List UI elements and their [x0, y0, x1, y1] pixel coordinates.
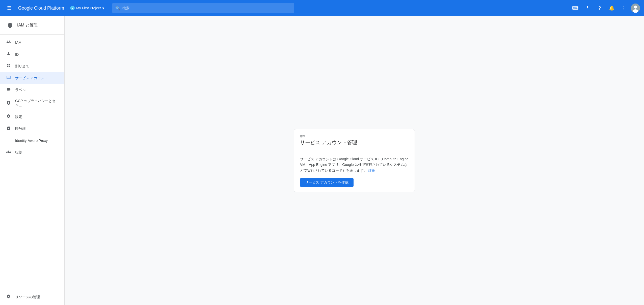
project-selector[interactable]: ● My First Project ▾ — [68, 5, 106, 12]
quota-icon — [6, 63, 11, 69]
id-icon — [6, 51, 11, 57]
sidebar-item-service-account[interactable]: サービス アカウント — [0, 72, 64, 84]
iam-header-icon — [6, 21, 14, 29]
sidebar-item-id[interactable]: ID — [0, 48, 64, 60]
card-body: サービス アカウントは Google Cloud サービス ID（Compute… — [294, 151, 415, 192]
iam-label: IAM — [15, 41, 21, 45]
search-icon: 🔍 — [115, 6, 120, 11]
sidebar-item-roles[interactable]: 役割 — [0, 146, 64, 158]
resource-management-icon — [6, 294, 11, 300]
content-area: 権限 サービス アカウント管理 サービス アカウントは Google Cloud… — [65, 16, 644, 305]
card-header: 権限 サービス アカウント管理 — [294, 129, 415, 151]
help-icon: ? — [598, 6, 601, 11]
create-service-account-button[interactable]: サービス アカウントを作成 — [300, 178, 354, 187]
main-layout: IAM と管理 IAM ID 割り当て — [0, 16, 644, 305]
iap-label: Identity-Aware Proxy — [15, 139, 48, 143]
id-label: ID — [15, 52, 19, 56]
cryptokey-icon — [6, 126, 11, 132]
service-account-label: サービス アカウント — [15, 76, 48, 80]
avatar[interactable] — [631, 4, 640, 13]
project-name: My First Project — [76, 6, 101, 10]
sidebar-nav: IAM ID 割り当て サービス アカウント — [0, 35, 64, 289]
alert-icon: ! — [587, 6, 588, 10]
search-input[interactable] — [112, 3, 294, 13]
sidebar-footer: リソースの管理 — [0, 289, 64, 305]
quota-label: 割り当て — [15, 64, 29, 69]
card-description: サービス アカウントは Google Cloud サービス ID（Compute… — [300, 156, 409, 173]
brand-name: Google Cloud Platform — [18, 6, 64, 11]
sidebar-item-cryptokey[interactable]: 暗号鍵 — [0, 123, 64, 135]
settings-label: 設定 — [15, 115, 22, 119]
card-header-label: 権限 — [300, 134, 409, 138]
topbar: ☰ Google Cloud Platform ● My First Proje… — [0, 0, 644, 16]
more-icon: ⋮ — [622, 5, 626, 11]
help-button[interactable]: ? — [595, 3, 605, 13]
sidebar: IAM と管理 IAM ID 割り当て — [0, 16, 65, 305]
sidebar-header: IAM と管理 — [0, 16, 64, 35]
iap-icon — [6, 138, 11, 143]
sidebar-item-iam[interactable]: IAM — [0, 37, 64, 48]
alert-button[interactable]: ! — [582, 3, 593, 13]
label-icon — [6, 87, 11, 93]
more-options-button[interactable]: ⋮ — [619, 3, 629, 13]
sidebar-item-resource-management[interactable]: リソースの管理 — [0, 291, 64, 303]
sidebar-item-settings[interactable]: 設定 — [0, 111, 64, 123]
sidebar-item-iap[interactable]: Identity-Aware Proxy — [0, 135, 64, 146]
privacy-icon — [6, 101, 11, 106]
notifications-button[interactable]: 🔔 — [607, 3, 617, 13]
chevron-down-icon: ▾ — [102, 6, 104, 11]
sidebar-item-quota[interactable]: 割り当て — [0, 60, 64, 72]
project-dot-icon: ● — [70, 6, 75, 10]
settings-icon — [6, 114, 11, 120]
roles-label: 役割 — [15, 150, 22, 155]
roles-icon — [6, 149, 11, 155]
sidebar-item-privacy[interactable]: GCP のプライバシーとセキ... — [0, 96, 64, 111]
privacy-label: GCP のプライバシーとセキ... — [15, 99, 58, 108]
label-item-label: ラベル — [15, 88, 26, 92]
terminal-button[interactable]: ⌨ — [570, 3, 580, 13]
permission-card: 権限 サービス アカウント管理 サービス アカウントは Google Cloud… — [294, 129, 415, 192]
service-account-icon — [6, 75, 11, 81]
card-header-title: サービス アカウント管理 — [300, 139, 409, 146]
sidebar-item-label[interactable]: ラベル — [0, 84, 64, 96]
search-bar: 🔍 — [112, 3, 294, 13]
cryptokey-label: 暗号鍵 — [15, 127, 26, 131]
hamburger-menu-button[interactable]: ☰ — [4, 3, 14, 13]
iam-icon — [6, 40, 11, 45]
topbar-right: ⌨ ! ? 🔔 ⋮ — [570, 3, 640, 13]
sidebar-header-title: IAM と管理 — [17, 23, 38, 28]
terminal-icon: ⌨ — [572, 5, 579, 11]
resource-management-label: リソースの管理 — [15, 295, 40, 299]
card-details-link[interactable]: 詳細 — [368, 168, 375, 172]
bell-icon: 🔔 — [609, 5, 614, 11]
topbar-left: ☰ Google Cloud Platform ● My First Proje… — [4, 3, 106, 13]
svg-point-1 — [634, 6, 637, 9]
